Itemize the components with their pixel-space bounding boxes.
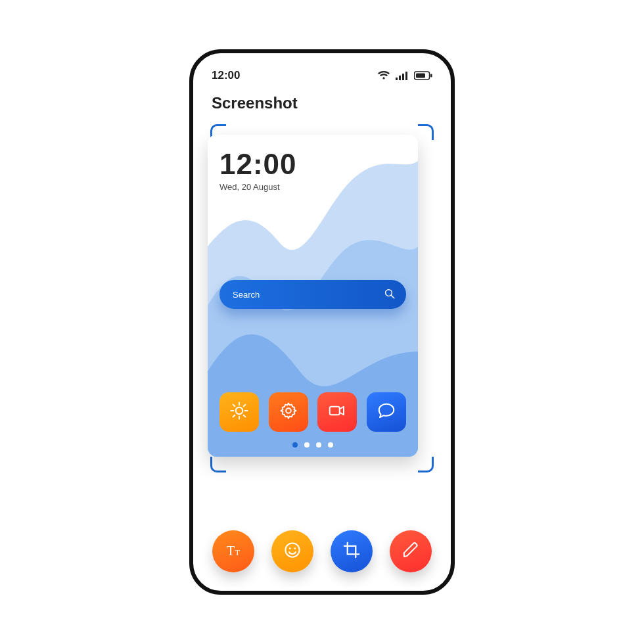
emoji-icon <box>283 540 302 563</box>
search-placeholder: Search <box>233 290 260 300</box>
weather-icon <box>229 401 249 423</box>
phone-frame: 12:00 Screenshot <box>189 49 455 595</box>
status-time: 12:00 <box>212 69 240 82</box>
screenshot-preview: 12:00 Wed, 20 August Search <box>208 135 418 457</box>
svg-point-25 <box>294 547 296 549</box>
svg-rect-0 <box>396 78 398 80</box>
crop-icon <box>342 540 361 563</box>
editor-toolbar: TT <box>208 509 436 572</box>
text-tool-button[interactable]: TT <box>212 530 254 572</box>
svg-point-23 <box>285 543 299 557</box>
app-chat[interactable] <box>367 392 406 432</box>
home-date: Wed, 20 August <box>219 182 406 192</box>
svg-text:T: T <box>235 548 241 557</box>
page-dot[interactable] <box>292 442 298 448</box>
wifi-icon <box>377 71 390 80</box>
settings-icon <box>279 401 298 423</box>
svg-line-16 <box>244 415 246 417</box>
svg-point-19 <box>286 408 291 413</box>
search-bar[interactable]: Search <box>219 280 406 309</box>
chat-icon <box>377 401 396 423</box>
crop-handle-top-right[interactable] <box>418 124 434 140</box>
search-icon <box>384 288 396 302</box>
video-icon <box>327 401 347 423</box>
status-icons <box>377 71 432 80</box>
crop-handle-bottom-left[interactable] <box>210 457 226 472</box>
svg-rect-2 <box>402 74 404 80</box>
svg-rect-3 <box>405 72 407 80</box>
svg-point-10 <box>236 407 243 415</box>
pencil-icon <box>401 540 421 563</box>
app-video[interactable] <box>317 392 357 432</box>
svg-line-17 <box>233 415 235 417</box>
svg-line-9 <box>392 295 394 298</box>
app-settings[interactable] <box>269 392 308 432</box>
svg-rect-20 <box>330 407 340 415</box>
crop-handle-bottom-right[interactable] <box>418 457 434 472</box>
text-icon: TT <box>223 540 243 563</box>
svg-rect-6 <box>416 74 425 78</box>
page-dot[interactable] <box>304 442 310 448</box>
crop-frame[interactable]: 12:00 Wed, 20 August Search <box>208 124 436 472</box>
battery-icon <box>414 71 432 80</box>
svg-rect-1 <box>399 76 401 80</box>
home-clock: 12:00 <box>219 148 406 181</box>
status-bar: 12:00 <box>208 68 436 87</box>
page-indicator[interactable] <box>219 442 406 448</box>
crop-tool-button[interactable] <box>331 530 373 572</box>
page-title: Screenshot <box>208 87 436 124</box>
app-row <box>219 392 406 432</box>
svg-point-24 <box>289 547 291 549</box>
svg-text:T: T <box>227 543 235 558</box>
screenshot-preview-area: 12:00 Wed, 20 August Search <box>208 124 436 509</box>
svg-point-8 <box>386 289 392 296</box>
page-dot[interactable] <box>328 442 333 448</box>
signal-icon <box>396 71 409 80</box>
page-dot[interactable] <box>316 442 321 448</box>
app-weather[interactable] <box>219 392 259 432</box>
draw-tool-button[interactable] <box>390 530 432 572</box>
svg-line-18 <box>244 405 246 407</box>
svg-rect-5 <box>430 74 432 78</box>
emoji-tool-button[interactable] <box>271 530 313 572</box>
svg-line-15 <box>233 405 235 407</box>
